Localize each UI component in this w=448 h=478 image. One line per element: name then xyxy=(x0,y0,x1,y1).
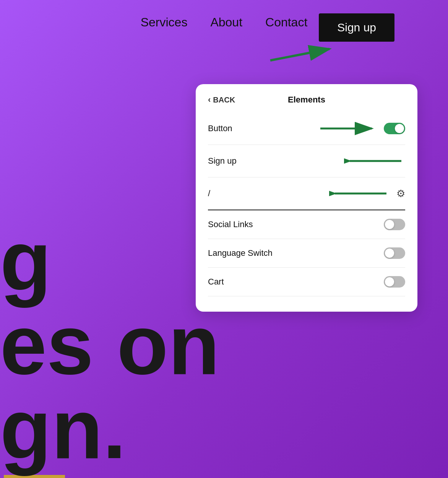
row-slash-label: / xyxy=(208,189,210,198)
bg-text-line3: gn. xyxy=(0,387,220,478)
nav-arrow xyxy=(263,41,339,68)
toggle-cart-knob xyxy=(385,277,394,286)
row-cart: Cart xyxy=(208,268,405,296)
row-button-right xyxy=(317,121,405,136)
row-signup-right xyxy=(344,153,405,169)
panel-body: Button Sign up xyxy=(196,112,417,312)
row-signup: Sign up xyxy=(208,145,405,177)
row-button-label: Button xyxy=(208,124,232,133)
gear-icon[interactable]: ⚙ xyxy=(396,188,405,200)
arrow-left-signup xyxy=(344,153,405,169)
panel-title: Elements xyxy=(288,95,325,105)
toggle-button-knob xyxy=(395,124,404,133)
svg-line-1 xyxy=(270,49,330,60)
bg-text-line1: g xyxy=(0,219,220,303)
row-slash-right: ⚙ xyxy=(329,186,405,201)
row-social-links-label: Social Links xyxy=(208,219,253,229)
row-cart-label: Cart xyxy=(208,277,224,287)
toggle-social-links-knob xyxy=(385,220,394,229)
panel-header: ‹ BACK Elements xyxy=(196,84,417,112)
row-language-switch-label: Language Switch xyxy=(208,248,273,258)
row-slash: / ⚙ xyxy=(208,177,405,210)
navbar: Services About Contact xyxy=(0,15,448,29)
toggle-social-links[interactable] xyxy=(384,219,405,230)
bg-text-line2: es on xyxy=(0,303,220,387)
row-social-links: Social Links xyxy=(208,210,405,239)
toggle-language-switch-knob xyxy=(385,249,394,258)
bg-text: g es on gn. xyxy=(0,219,220,478)
arrow-right-button xyxy=(317,121,378,136)
row-signup-label: Sign up xyxy=(208,156,237,166)
arrow-left-slash xyxy=(329,186,390,201)
nav-services[interactable]: Services xyxy=(141,15,188,29)
elements-panel: ‹ BACK Elements Button xyxy=(196,84,417,312)
row-language-switch: Language Switch xyxy=(208,239,405,268)
nav-contact[interactable]: Contact xyxy=(265,15,307,29)
back-button[interactable]: ‹ BACK xyxy=(208,95,235,105)
row-button: Button xyxy=(208,112,405,145)
back-label: BACK xyxy=(213,96,235,104)
toggle-language-switch[interactable] xyxy=(384,247,405,259)
toggle-button[interactable] xyxy=(384,123,405,134)
toggle-cart[interactable] xyxy=(384,276,405,288)
nav-about[interactable]: About xyxy=(210,15,242,29)
back-chevron-icon: ‹ xyxy=(208,95,211,105)
